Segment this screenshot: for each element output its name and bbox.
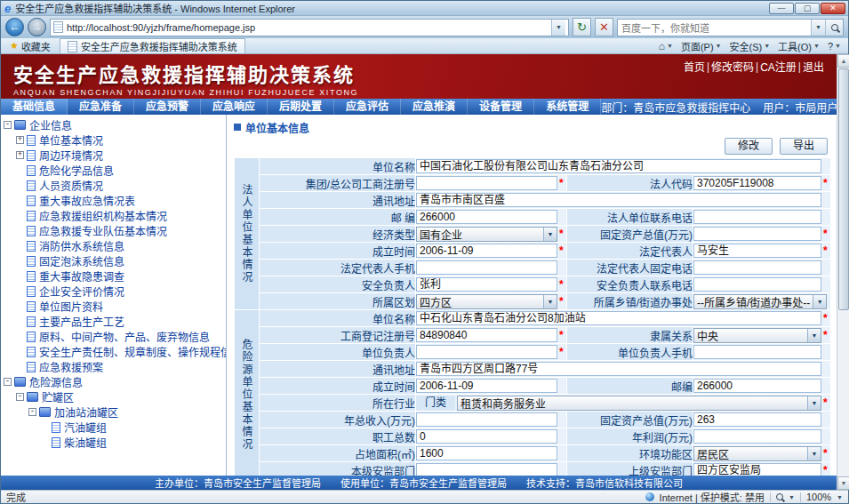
form-input[interactable]	[693, 227, 821, 241]
search-box[interactable]: 百度一下，你就知道 ▼	[617, 19, 844, 36]
tree-item[interactable]: 企业安全评价情况	[4, 284, 226, 299]
form-input[interactable]	[416, 176, 557, 190]
tree-item[interactable]: 消防供水系统信息	[4, 238, 226, 253]
tree-item[interactable]: 重大事故隐患调查	[4, 268, 226, 284]
form-input[interactable]: 青岛市四方区周口路77号	[416, 362, 821, 376]
tree-item[interactable]: 危险化学品信息	[4, 163, 226, 178]
form-input[interactable]: 张利	[416, 277, 557, 292]
export-button[interactable]: 导出	[780, 138, 828, 155]
tree-item[interactable]: +单位基本情况	[4, 132, 226, 148]
tree-item[interactable]: -加油站油罐区	[4, 404, 226, 420]
tree-item[interactable]: -危险源信息	[4, 374, 226, 389]
scroll-up-button[interactable]: ▲	[837, 54, 849, 68]
address-bar[interactable]: http://localhost:90/yjzh/frame/homepage.…	[50, 19, 569, 36]
tree-item[interactable]: 单位图片资料	[4, 299, 226, 314]
tree-item[interactable]: 应急救援预案	[4, 359, 226, 374]
form-select[interactable]: 居民区▼	[693, 446, 821, 461]
form-select[interactable]: 租赁和商务服务业▼	[457, 396, 821, 411]
minimize-button[interactable]: —	[769, 3, 794, 14]
stop-button[interactable]: ✕	[595, 18, 613, 36]
vertical-scrollbar[interactable]: ▲ ▼	[837, 54, 849, 490]
tree-item[interactable]: 应急救援组织机构基本情况	[4, 208, 226, 223]
form-input[interactable]: 1600	[416, 446, 557, 460]
search-input[interactable]: 百度一下，你就知道	[618, 20, 811, 35]
nav-item-8[interactable]: 系统管理	[534, 99, 601, 115]
forward-button[interactable]: →	[28, 18, 46, 36]
form-select[interactable]: 国有企业▼	[416, 227, 557, 242]
search-provider-dropdown[interactable]: ▼	[811, 20, 825, 36]
banner-link-3[interactable]: 退出	[801, 59, 826, 74]
tree-item[interactable]: 重大事故应急情况表	[4, 193, 226, 208]
form-input[interactable]	[416, 260, 557, 275]
menu-2[interactable]: 工具(O)▼	[778, 39, 820, 53]
form-input[interactable]	[693, 210, 821, 224]
expander-icon[interactable]: -	[4, 378, 12, 386]
form-select[interactable]: 中央▼	[693, 328, 821, 343]
form-input[interactable]: 四方区安监局	[693, 463, 821, 476]
tree-item[interactable]: 柴油罐组	[4, 435, 226, 450]
search-button[interactable]	[825, 20, 843, 36]
form-input[interactable]	[693, 260, 821, 275]
tree-item[interactable]: 原料、中间产物、产品、废弃物信息	[4, 329, 226, 344]
form-input[interactable]: 263	[693, 412, 821, 427]
form-input[interactable]: 0	[416, 429, 557, 444]
nav-item-0[interactable]: 基础信息	[1, 99, 68, 115]
banner-link-0[interactable]: 首页	[682, 59, 707, 74]
expander-icon[interactable]: -	[28, 408, 36, 416]
tree-item[interactable]: 人员资质情况	[4, 178, 226, 193]
modify-button[interactable]: 修改	[725, 138, 773, 155]
back-button[interactable]: ←	[5, 18, 24, 36]
expander-icon[interactable]: +	[16, 136, 24, 144]
form-input[interactable]: 84890840	[416, 328, 557, 342]
url-text[interactable]: http://localhost:90/yjzh/frame/homepage.…	[67, 22, 548, 33]
expander-icon[interactable]: +	[16, 151, 24, 159]
tree-item[interactable]: 安全生产责任制、规章制度、操作规程信息	[4, 344, 226, 359]
nav-item-1[interactable]: 应急准备	[68, 99, 134, 115]
form-input[interactable]: 266000	[693, 379, 821, 393]
browser-tab[interactable]: 安全生产应急救援指挥辅助决策系统	[60, 38, 245, 53]
form-input[interactable]: 266000	[416, 210, 557, 224]
zoom-level[interactable]: 100%	[806, 492, 831, 502]
form-input[interactable]: 2006-11-09	[416, 379, 557, 393]
menu-0[interactable]: 页面(P)▼	[681, 39, 722, 53]
form-input[interactable]: 中石化山东青岛石油分公司8加油站	[416, 311, 821, 325]
scrollbar-thumb[interactable]	[838, 68, 849, 310]
form-input[interactable]: 青岛市市南区百盛	[416, 193, 821, 207]
form-select[interactable]: 四方区▼	[416, 294, 557, 309]
nav-item-7[interactable]: 设备管理	[468, 99, 534, 115]
form-input[interactable]: 370205F119008	[693, 176, 821, 190]
tree-item[interactable]: 应急救援专业队伍基本情况	[4, 223, 226, 238]
home-button[interactable]: ⌂▼	[659, 40, 673, 52]
favorites-button[interactable]: ★ 收藏夹	[4, 39, 56, 53]
nav-item-5[interactable]: 应急评估	[334, 99, 401, 115]
form-input[interactable]	[416, 345, 557, 359]
help-button[interactable]: ?▼	[828, 41, 841, 52]
form-input[interactable]: 中国石油化工股份有限公司山东青岛石油分公司	[416, 159, 821, 173]
nav-item-4[interactable]: 后期处置	[268, 99, 334, 115]
form-input[interactable]	[693, 277, 821, 292]
form-input[interactable]: 马安生	[693, 244, 821, 258]
nav-item-6[interactable]: 应急推演	[401, 99, 468, 115]
nav-item-3[interactable]: 应急响应	[201, 99, 268, 115]
maximize-button[interactable]: ▢	[795, 3, 820, 14]
refresh-button[interactable]: ↻	[573, 18, 591, 36]
scroll-down-button[interactable]: ▼	[837, 476, 849, 490]
address-dropdown-button[interactable]: ▼	[551, 20, 565, 36]
menu-1[interactable]: 安全(S)▼	[730, 39, 771, 53]
form-input[interactable]: 2006-11-09	[416, 244, 557, 258]
tree-item[interactable]: 固定泡沫系统信息	[4, 253, 226, 268]
close-button[interactable]: ✕	[821, 3, 845, 14]
tree-item[interactable]: 主要产品生产工艺	[4, 314, 226, 329]
form-input[interactable]	[693, 429, 821, 444]
tree-item[interactable]: 汽油罐组	[4, 420, 226, 435]
form-select[interactable]: --所属乡镇/街道办事处--▼	[693, 294, 827, 309]
tree-item[interactable]: +周边环境情况	[4, 148, 226, 163]
form-input[interactable]	[693, 345, 821, 359]
nav-item-2[interactable]: 应急预警	[134, 99, 201, 115]
banner-link-1[interactable]: 修改密码	[709, 59, 756, 74]
expander-icon[interactable]: -	[4, 121, 12, 129]
tree-item[interactable]: -贮罐区	[4, 389, 226, 404]
form-input[interactable]	[416, 463, 557, 476]
banner-link-2[interactable]: CA注册	[758, 59, 798, 74]
form-input[interactable]	[416, 412, 557, 427]
